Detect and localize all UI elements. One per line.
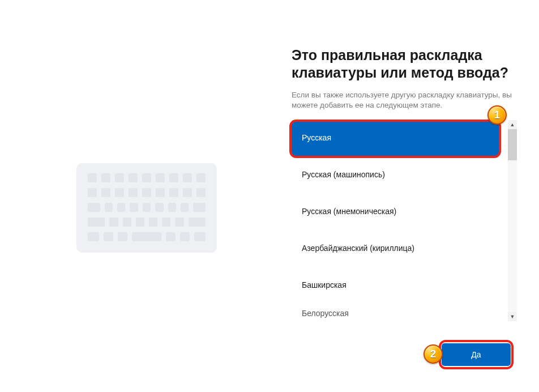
- keyboard-illustration: [76, 163, 217, 253]
- layout-item[interactable]: Русская (мнемоническая): [292, 194, 499, 229]
- layout-item[interactable]: Азербайджанский (кириллица): [292, 231, 499, 266]
- layout-item[interactable]: Башкирская: [292, 267, 499, 303]
- layout-item-label: Русская: [302, 133, 331, 142]
- scrollbar-thumb[interactable]: [508, 129, 517, 160]
- annotation-badge-2: 2: [424, 344, 443, 364]
- layout-item-label: Русская (машинопись): [302, 170, 385, 179]
- yes-button[interactable]: Да: [442, 343, 511, 366]
- layout-item-label: Башкирская: [302, 280, 346, 289]
- layout-item-label: Белорусская: [302, 309, 349, 318]
- layout-item[interactable]: Русская (машинопись): [292, 157, 499, 193]
- page-subtitle: Если вы также используете другую расклад…: [292, 90, 518, 112]
- scroll-down-icon[interactable]: ▼: [508, 312, 517, 321]
- keyboard-layout-list: РусскаяРусская (машинопись)Русская (мнем…: [292, 120, 517, 321]
- layout-item[interactable]: Белорусская: [292, 304, 499, 321]
- page-title: Это правильная раскладка клавиатуры или …: [292, 46, 518, 82]
- layout-item[interactable]: Русская: [292, 120, 499, 156]
- scrollbar[interactable]: ▲ ▼: [508, 120, 517, 321]
- layout-item-label: Русская (мнемоническая): [302, 207, 396, 216]
- scroll-up-icon[interactable]: ▲: [508, 120, 517, 129]
- layout-item-label: Азербайджанский (кириллица): [302, 244, 414, 253]
